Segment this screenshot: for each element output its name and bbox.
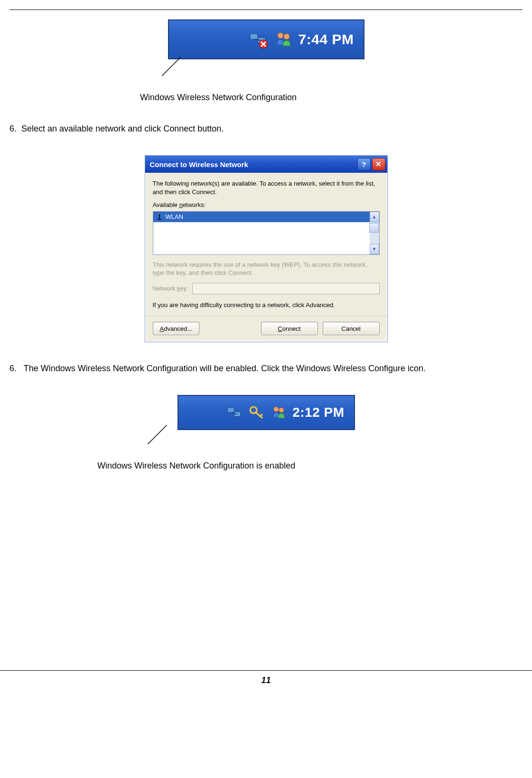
network-key-input[interactable] xyxy=(192,283,380,294)
dialog-title: Connect to Wireless Network xyxy=(150,160,248,169)
svg-rect-13 xyxy=(234,412,241,417)
system-tray: 2:12 PM xyxy=(177,395,355,430)
step-text: Select an available network and click Co… xyxy=(21,124,224,133)
scroll-down-button[interactable]: ▼ xyxy=(370,244,379,254)
network-name: WLAN xyxy=(166,213,184,221)
leader-line-icon xyxy=(162,57,181,76)
svg-point-15 xyxy=(251,407,257,413)
svg-rect-0 xyxy=(250,34,258,39)
connect-wireless-dialog: Connect to Wireless Network ? ✕ The foll… xyxy=(145,155,388,342)
available-networks-label: Available networks: xyxy=(153,201,380,209)
dialog-titlebar[interactable]: Connect to Wireless Network ? ✕ xyxy=(145,156,387,173)
wep-hint-text: This network requires the use of a netwo… xyxy=(153,261,380,277)
svg-point-7 xyxy=(284,34,289,39)
clock-text: 2:12 PM xyxy=(292,405,344,420)
advanced-button[interactable]: Advanced... xyxy=(153,322,200,335)
svg-line-20 xyxy=(148,425,167,444)
scrollbar[interactable]: ▲ ▼ xyxy=(370,212,379,254)
advanced-hint-text: If you are having difficulty connecting … xyxy=(153,301,380,309)
network-list-item[interactable]: WLAN xyxy=(153,212,370,222)
key-icon xyxy=(249,404,265,421)
caption-text: Windows Wireless Network Configuration xyxy=(140,93,523,103)
antenna-icon xyxy=(156,214,163,220)
connect-button[interactable]: Connect xyxy=(261,322,318,335)
available-networks-listbox[interactable]: WLAN ▲ ▼ xyxy=(153,211,380,255)
network-icon xyxy=(227,404,243,421)
caption-text: Windows Wireless Network Configuration i… xyxy=(97,461,523,471)
svg-point-19 xyxy=(279,408,284,412)
svg-line-8 xyxy=(162,57,181,76)
clock-text: 7:44 PM xyxy=(299,31,354,47)
scroll-up-button[interactable]: ▲ xyxy=(370,212,379,222)
leader-line-icon xyxy=(148,425,167,444)
scrollbar-thumb[interactable] xyxy=(369,223,379,233)
network-key-label: Network key: xyxy=(153,284,188,293)
svg-point-6 xyxy=(278,33,283,38)
page-number: 11 xyxy=(0,671,532,693)
instruction-step: 6. The Windows Wireless Network Configur… xyxy=(9,364,523,374)
svg-line-17 xyxy=(260,414,262,417)
dialog-intro-text: The following network(s) are available. … xyxy=(153,179,380,196)
cancel-button[interactable]: Cancel xyxy=(323,322,380,335)
step-text: The Windows Wireless Network Configurati… xyxy=(24,364,426,373)
users-icon xyxy=(274,30,293,49)
step-number: 6. xyxy=(9,124,17,133)
users-icon xyxy=(271,404,287,421)
svg-rect-12 xyxy=(228,408,234,412)
instruction-step: 6. Select an available network and click… xyxy=(9,124,523,134)
help-button[interactable]: ? xyxy=(357,158,371,170)
network-disconnected-icon xyxy=(249,30,268,49)
svg-point-10 xyxy=(159,214,160,216)
svg-point-18 xyxy=(274,407,279,412)
step-number: 6. xyxy=(9,364,17,373)
system-tray: 7:44 PM xyxy=(168,19,364,59)
close-button[interactable]: ✕ xyxy=(372,158,385,170)
